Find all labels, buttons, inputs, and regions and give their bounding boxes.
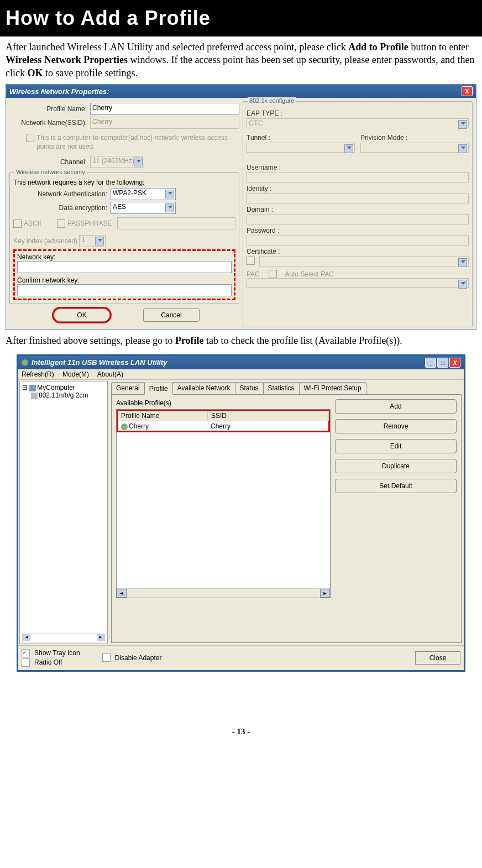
set-default-button[interactable]: Set Default [335, 479, 457, 493]
network-key-input[interactable] [17, 261, 232, 273]
page-title: How to Add a Profile [0, 0, 482, 36]
security-group-title: Wireless network security [14, 169, 87, 175]
text: After finished above settings, please go… [6, 335, 175, 346]
duplicate-button[interactable]: Duplicate [335, 459, 457, 473]
tab-available-network[interactable]: Available Network [172, 382, 235, 394]
edit-button[interactable]: Edit [335, 439, 457, 453]
wireless-network-properties-dialog: Wireless Network Properties: X Profile N… [6, 84, 476, 330]
auto-select-pac-label: Auto Select PAC [285, 270, 334, 278]
password-label: Password : [247, 227, 469, 234]
wlan-utility-window: Intelligent 11n USB Wireless LAN Utility… [17, 354, 465, 672]
adhoc-checkbox [26, 134, 34, 142]
username-input [247, 172, 469, 182]
intro-paragraph-1: After launched Wireless LAN Utility and … [0, 36, 482, 84]
tab-status[interactable]: Status [235, 382, 264, 394]
keyindex-select: 1 [79, 235, 106, 247]
ascii-label: ASCII [24, 219, 57, 227]
scroll-left-icon[interactable]: ◄ [117, 589, 127, 598]
intro-paragraph-2: After finished above settings, please go… [0, 330, 482, 352]
maximize-icon[interactable]: □ [437, 358, 448, 368]
scroll-left-icon[interactable]: ◄ [23, 634, 30, 641]
ssid-input: Cherry [90, 117, 239, 129]
close-icon[interactable]: X [449, 358, 460, 368]
profile-name-label: Profile Name: [9, 105, 90, 113]
dialog-title: Wireless Network Properties: [9, 87, 109, 96]
identity-input [247, 194, 469, 203]
bold: OK [27, 67, 43, 79]
network-key-highlight: Network key: Confirm network key: [13, 249, 235, 300]
scroll-right-icon[interactable]: ► [320, 589, 330, 598]
auth-label: Network Authentication: [13, 190, 111, 198]
list-scrollbar[interactable]: ◄ ► [117, 588, 330, 598]
domain-input [247, 215, 469, 224]
close-button[interactable]: Close [415, 651, 460, 665]
tree-root[interactable]: ⊟ MyComputer [22, 384, 105, 391]
tab-general[interactable]: General [111, 382, 145, 394]
tab-profile[interactable]: Profile [144, 383, 173, 395]
confirm-key-input[interactable] [17, 284, 232, 296]
tab-statistics[interactable]: Statistics [263, 382, 300, 394]
ascii-checkbox [13, 219, 22, 228]
password-input [247, 236, 469, 245]
pac-label: PAC : [247, 270, 263, 278]
certificate-label: Certificate : [247, 248, 469, 255]
minimize-icon[interactable]: _ [425, 358, 436, 368]
disable-adapter-label: Disable Adapter [115, 654, 162, 662]
adhoc-note: This is a computer-to-computer(ad hoc) n… [9, 130, 239, 154]
identity-label: Identity : [247, 185, 469, 192]
tree-child[interactable]: 802.11n/b/g 2cm [22, 391, 105, 399]
certificate-select [259, 257, 469, 266]
menu-mode[interactable]: Mode(M) [62, 370, 89, 378]
tab-wps[interactable]: Wi-Fi Protect Setup [299, 382, 366, 394]
device-tree[interactable]: ⊟ MyComputer 802.11n/b/g 2cm ◄ ► [19, 381, 108, 644]
app-icon [22, 359, 28, 366]
confirm-key-label: Confirm network key: [17, 276, 232, 284]
8021x-groupbox: 802.1x configure EAP TYPE : GTC Tunnel :… [243, 101, 473, 327]
bold: Add to Profile [348, 41, 408, 53]
keyindex-label: Key index (advanced): [13, 237, 79, 245]
menu-refresh[interactable]: Refresh(R) [22, 370, 54, 378]
disable-adapter-checkbox[interactable] [102, 653, 111, 662]
computer-icon [29, 385, 36, 391]
text: to save profile settings. [43, 67, 138, 79]
list-item[interactable]: Cherry Cherry [118, 421, 329, 431]
bold: Wireless Network Properties [6, 54, 128, 65]
scroll-right-icon[interactable]: ► [97, 634, 104, 641]
auth-select[interactable]: WPA2-PSK [111, 188, 176, 200]
passphrase-checkbox [57, 219, 65, 228]
auto-select-pac-checkbox [269, 270, 277, 278]
column-profile-name[interactable]: Profile Name [118, 411, 208, 421]
tabs: General Profile Available Network Status… [111, 382, 462, 395]
domain-label: Domain : [247, 206, 469, 213]
column-ssid[interactable]: SSID [208, 411, 329, 421]
tree-scrollbar[interactable]: ◄ ► [22, 634, 105, 642]
ok-button[interactable]: OK [54, 308, 110, 322]
menu-about[interactable]: About(A) [97, 370, 123, 378]
radio-off-checkbox[interactable] [22, 658, 30, 667]
text: After launched Wireless LAN Utility and … [6, 41, 348, 53]
profile-icon [121, 423, 128, 430]
encryption-label: Data encryption: [13, 204, 111, 212]
username-label: Username : [247, 164, 469, 171]
adhoc-text: This is a computer-to-computer(ad hoc) n… [36, 134, 236, 151]
profile-highlight: Profile Name SSID Cherry Cherry [117, 410, 330, 432]
channel-label: Channel: [9, 158, 90, 166]
profile-list[interactable]: Profile Name SSID Cherry Cherry ◄ ► [116, 409, 331, 598]
ssid-label: Network Name(SSID): [9, 119, 90, 127]
pac-select [247, 278, 469, 288]
profile-name-input[interactable]: Cherry [90, 103, 239, 115]
provision-mode-label: Privision Mode : [360, 134, 469, 142]
certificate-checkbox [247, 257, 255, 265]
8021x-group-title: 802.1x configure [248, 97, 296, 104]
security-note: This network requires a key for the foll… [13, 179, 235, 186]
add-button[interactable]: Add [335, 399, 457, 414]
cancel-button[interactable]: Cancel [143, 308, 200, 322]
encryption-select[interactable]: AES [111, 202, 176, 214]
remove-button[interactable]: Remove [335, 419, 457, 433]
text: button to enter [408, 41, 469, 53]
show-tray-icon-checkbox[interactable] [22, 649, 30, 657]
window-title: Intelligent 11n USB Wireless LAN Utility [32, 358, 167, 367]
menubar: Refresh(R) Mode(M) About(A) [18, 369, 464, 380]
eap-type-select: GTC [247, 118, 469, 128]
close-icon[interactable]: X [462, 86, 473, 96]
